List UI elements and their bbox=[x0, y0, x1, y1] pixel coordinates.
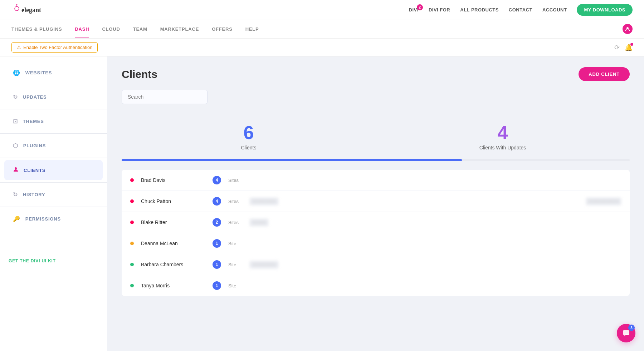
status-dot-green bbox=[130, 284, 134, 287]
search-input[interactable] bbox=[122, 90, 208, 104]
search-wrap bbox=[122, 90, 630, 104]
table-row[interactable]: Chuck Patton 4 Sites •••••••••••••• ••••… bbox=[122, 191, 630, 212]
add-client-button[interactable]: ADD CLIENT bbox=[579, 67, 630, 81]
nav-divi[interactable]: DIVI 2 bbox=[409, 7, 419, 13]
history-icon: ↻ bbox=[13, 191, 18, 198]
nav-contact[interactable]: CONTACT bbox=[509, 7, 532, 13]
main-content: Clients ADD CLIENT 6 Clients 4 Clients W… bbox=[107, 56, 644, 351]
updates-icon: ↻ bbox=[13, 94, 18, 100]
sidebar-item-plugins[interactable]: ⬡ PLUGINS bbox=[4, 136, 103, 155]
tab-team[interactable]: TEAM bbox=[133, 20, 147, 38]
table-row[interactable]: Tanya Morris 1 Site bbox=[122, 275, 630, 296]
chat-icon bbox=[622, 329, 630, 337]
sidebar-item-websites[interactable]: 🌐 WEBSITES bbox=[4, 63, 103, 83]
divi-badge: 2 bbox=[417, 4, 423, 10]
permissions-icon: 🔑 bbox=[13, 216, 20, 222]
sites-label: Site bbox=[228, 262, 243, 267]
sites-badge: 4 bbox=[213, 197, 221, 206]
blurred-data: •••••••••••••• bbox=[250, 261, 278, 268]
table-row[interactable]: Barbara Chambers 1 Site •••••••••••••• bbox=[122, 254, 630, 275]
main-layout: 🌐 WEBSITES ↻ UPDATES ⊡ THEMES ⬡ PLUGINS bbox=[0, 56, 644, 351]
sidebar-item-updates[interactable]: ↻ UPDATES bbox=[4, 87, 103, 107]
clients-label: Clients bbox=[125, 145, 372, 150]
blurred-data: •••••••••••••• bbox=[250, 198, 278, 205]
top-nav-links: DIVI 2 DIVI FOR ALL PRODUCTS CONTACT ACC… bbox=[409, 4, 633, 16]
sites-label: Site bbox=[228, 241, 243, 246]
sites-badge: 1 bbox=[213, 281, 221, 290]
refresh-icon[interactable]: ⟳ bbox=[614, 44, 620, 51]
updates-label: Clients With Updates bbox=[379, 145, 626, 150]
nav-all-products[interactable]: ALL PRODUCTS bbox=[460, 7, 499, 13]
sidebar-item-permissions[interactable]: 🔑 PERMISSIONS bbox=[4, 209, 103, 229]
user-avatar[interactable] bbox=[623, 24, 633, 34]
status-dot-red bbox=[130, 221, 134, 224]
warning-icon: ⚠ bbox=[17, 45, 21, 50]
tab-cloud[interactable]: CLOUD bbox=[102, 20, 120, 38]
table-row[interactable]: Brad Davis 4 Sites bbox=[122, 170, 630, 191]
sites-badge: 1 bbox=[213, 260, 221, 269]
svg-rect-6 bbox=[623, 330, 629, 335]
sites-label: Site bbox=[228, 283, 243, 288]
alert-icons: ⟳ 🔔 bbox=[614, 44, 633, 51]
tab-help[interactable]: HELP bbox=[245, 20, 259, 38]
page-title: Clients bbox=[122, 68, 157, 80]
sidebar: 🌐 WEBSITES ↻ UPDATES ⊡ THEMES ⬡ PLUGINS bbox=[0, 56, 107, 351]
sidebar-item-clients[interactable]: CLIENTS bbox=[4, 160, 103, 180]
my-downloads-button[interactable]: MY DOWNLOADS bbox=[577, 4, 633, 16]
progress-bar-fill bbox=[122, 159, 462, 161]
sites-label: Sites bbox=[228, 178, 243, 183]
stats-row: 6 Clients 4 Clients With Updates bbox=[122, 115, 630, 155]
sidebar-item-themes[interactable]: ⊡ THEMES bbox=[4, 112, 103, 131]
status-dot-yellow bbox=[130, 242, 134, 245]
blurred-data: •••••••• bbox=[250, 219, 268, 226]
sites-badge: 4 bbox=[213, 176, 221, 184]
client-name: Barbara Chambers bbox=[141, 262, 205, 267]
nav-divi-for[interactable]: DIVI FOR bbox=[429, 7, 450, 13]
client-name: Deanna McLean bbox=[141, 241, 205, 246]
updates-count: 4 bbox=[379, 122, 626, 143]
logo-svg: elegant bbox=[11, 4, 54, 16]
sites-badge: 1 bbox=[213, 239, 221, 248]
stat-updates: 4 Clients With Updates bbox=[376, 115, 630, 155]
svg-point-1 bbox=[15, 6, 19, 11]
table-row[interactable]: Deanna McLean 1 Site bbox=[122, 233, 630, 254]
sidebar-bottom-cta: GET THE DIVI UI KIT bbox=[0, 250, 107, 271]
sites-label: Sites bbox=[228, 199, 243, 204]
status-dot-green bbox=[130, 263, 134, 266]
client-list: Brad Davis 4 Sites Chuck Patton 4 Sites … bbox=[122, 170, 630, 296]
sites-badge: 2 bbox=[213, 218, 221, 227]
progress-bar-wrap bbox=[122, 159, 630, 161]
blurred-data: •••••••••••••••••• bbox=[586, 198, 621, 205]
nav-account[interactable]: ACCOUNT bbox=[542, 7, 567, 13]
svg-point-3 bbox=[16, 4, 18, 5]
tab-dash[interactable]: DASH bbox=[75, 20, 89, 38]
svg-point-5 bbox=[15, 167, 17, 169]
two-factor-auth-button[interactable]: ⚠ Enable Two Factor Authentication bbox=[11, 42, 98, 53]
get-divi-kit-link[interactable]: GET THE DIVI UI KIT bbox=[9, 258, 56, 263]
globe-icon: 🌐 bbox=[13, 69, 20, 76]
sites-label: Sites bbox=[228, 220, 243, 225]
tab-marketplace[interactable]: MARKETPLACE bbox=[160, 20, 199, 38]
avatar-icon bbox=[625, 26, 630, 32]
sidebar-item-history[interactable]: ↻ HISTORY bbox=[4, 185, 103, 204]
chat-button[interactable]: 3 bbox=[617, 324, 635, 342]
table-row[interactable]: Blake Ritter 2 Sites •••••••• bbox=[122, 212, 630, 233]
alert-bar: ⚠ Enable Two Factor Authentication ⟳ 🔔 bbox=[0, 39, 644, 56]
secondary-navigation: THEMES & PLUGINS DASH CLOUD TEAM MARKETP… bbox=[0, 20, 644, 39]
client-name: Tanya Morris bbox=[141, 283, 205, 288]
themes-icon: ⊡ bbox=[13, 118, 18, 125]
top-navigation: elegant DIVI 2 DIVI FOR ALL PRODUCTS CON… bbox=[0, 0, 644, 20]
svg-text:elegant: elegant bbox=[21, 6, 41, 14]
tab-offers[interactable]: OFFERS bbox=[212, 20, 233, 38]
clients-count: 6 bbox=[125, 122, 372, 143]
logo[interactable]: elegant bbox=[11, 4, 54, 16]
chat-badge: 3 bbox=[628, 325, 635, 331]
content-header: Clients ADD CLIENT bbox=[122, 67, 630, 81]
tab-themes-plugins[interactable]: THEMES & PLUGINS bbox=[11, 20, 62, 38]
client-name: Chuck Patton bbox=[141, 198, 205, 204]
notifications-icon[interactable]: 🔔 bbox=[625, 44, 633, 51]
client-name: Brad Davis bbox=[141, 177, 205, 183]
clients-icon bbox=[13, 167, 19, 174]
status-dot-red bbox=[130, 178, 134, 182]
stat-clients: 6 Clients bbox=[122, 115, 376, 155]
